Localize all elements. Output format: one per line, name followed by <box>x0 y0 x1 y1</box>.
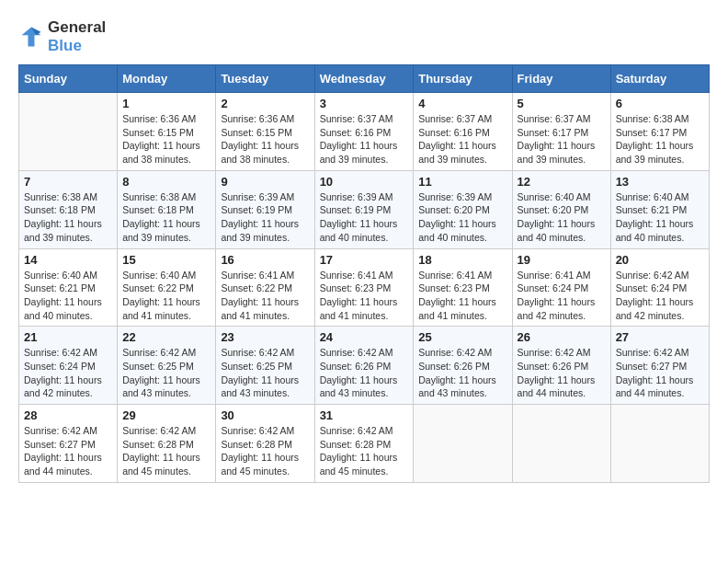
calendar-table: SundayMondayTuesdayWednesdayThursdayFrid… <box>18 64 710 483</box>
cell-info: Sunrise: 6:40 AM <box>616 190 704 204</box>
cell-info: Sunset: 6:27 PM <box>616 360 704 373</box>
day-number: 11 <box>418 175 506 189</box>
cell-info: and 43 minutes. <box>320 386 409 400</box>
cell-info: Sunrise: 6:40 AM <box>122 269 210 282</box>
cell-info: Daylight: 11 hours <box>221 217 309 231</box>
day-number: 20 <box>616 253 704 267</box>
cell-info: Sunset: 6:28 PM <box>221 438 309 452</box>
calendar-cell: 11Sunrise: 6:39 AMSunset: 6:20 PMDayligh… <box>414 170 512 248</box>
calendar-cell <box>610 405 709 483</box>
day-number: 28 <box>24 408 112 422</box>
cell-info: and 40 minutes. <box>418 231 506 245</box>
cell-info: Daylight: 11 hours <box>24 451 112 465</box>
weekday-header-row: SundayMondayTuesdayWednesdayThursdayFrid… <box>19 65 710 93</box>
cell-info: and 39 minutes. <box>616 153 704 167</box>
day-number: 14 <box>24 253 112 267</box>
cell-info: Sunset: 6:22 PM <box>122 282 210 295</box>
cell-info: Daylight: 11 hours <box>616 217 704 231</box>
day-number: 18 <box>418 253 506 267</box>
calendar-cell: 19Sunrise: 6:41 AMSunset: 6:24 PMDayligh… <box>512 248 610 327</box>
calendar-cell: 25Sunrise: 6:42 AMSunset: 6:26 PMDayligh… <box>414 327 512 405</box>
calendar-cell: 8Sunrise: 6:38 AMSunset: 6:18 PMDaylight… <box>118 170 216 248</box>
calendar-cell: 1Sunrise: 6:36 AMSunset: 6:15 PMDaylight… <box>118 93 216 171</box>
cell-info: Sunrise: 6:36 AM <box>221 112 309 126</box>
cell-info: Daylight: 11 hours <box>122 451 210 465</box>
cell-info: and 40 minutes. <box>518 231 606 245</box>
cell-info: Sunset: 6:28 PM <box>122 438 210 452</box>
day-number: 25 <box>418 330 506 344</box>
calendar-cell: 29Sunrise: 6:42 AMSunset: 6:28 PMDayligh… <box>118 405 216 483</box>
cell-info: Daylight: 11 hours <box>320 139 409 153</box>
page-header: General Blue <box>18 18 710 55</box>
calendar-cell: 9Sunrise: 6:39 AMSunset: 6:19 PMDaylight… <box>216 170 314 248</box>
cell-info: Sunrise: 6:39 AM <box>320 190 409 204</box>
calendar-cell: 15Sunrise: 6:40 AMSunset: 6:22 PMDayligh… <box>118 248 216 327</box>
calendar-cell: 27Sunrise: 6:42 AMSunset: 6:27 PMDayligh… <box>610 327 709 405</box>
cell-info: Sunrise: 6:42 AM <box>320 346 409 360</box>
day-number: 22 <box>122 330 210 344</box>
cell-info: Daylight: 11 hours <box>24 295 112 309</box>
day-number: 15 <box>122 253 210 267</box>
cell-info: Sunset: 6:19 PM <box>320 203 409 217</box>
cell-info: Sunset: 6:20 PM <box>418 203 506 217</box>
calendar-cell: 2Sunrise: 6:36 AMSunset: 6:15 PMDaylight… <box>216 93 314 171</box>
cell-info: Sunrise: 6:42 AM <box>616 346 704 360</box>
cell-info: Daylight: 11 hours <box>122 217 210 231</box>
cell-info: Daylight: 11 hours <box>122 373 210 387</box>
cell-info: Sunset: 6:22 PM <box>221 282 309 295</box>
cell-info: and 42 minutes. <box>616 309 704 323</box>
cell-info: Sunset: 6:16 PM <box>320 126 409 140</box>
cell-info: Daylight: 11 hours <box>518 217 606 231</box>
calendar-cell: 12Sunrise: 6:40 AMSunset: 6:20 PMDayligh… <box>512 170 610 248</box>
calendar-cell: 10Sunrise: 6:39 AMSunset: 6:19 PMDayligh… <box>314 170 414 248</box>
cell-info: Sunrise: 6:38 AM <box>616 112 704 126</box>
calendar-cell: 20Sunrise: 6:42 AMSunset: 6:24 PMDayligh… <box>610 248 709 327</box>
calendar-week-row: 7Sunrise: 6:38 AMSunset: 6:18 PMDaylight… <box>19 170 710 248</box>
cell-info: and 44 minutes. <box>24 465 112 478</box>
cell-info: and 43 minutes. <box>418 386 506 400</box>
cell-info: and 38 minutes. <box>122 153 210 167</box>
day-number: 2 <box>221 97 309 110</box>
cell-info: Sunset: 6:24 PM <box>616 282 704 295</box>
cell-info: Daylight: 11 hours <box>418 295 506 309</box>
cell-info: Sunset: 6:23 PM <box>418 282 506 295</box>
cell-info: and 39 minutes. <box>221 231 309 245</box>
cell-info: Daylight: 11 hours <box>320 217 409 231</box>
weekday-header: Sunday <box>19 65 118 93</box>
cell-info: and 40 minutes. <box>24 309 112 323</box>
calendar-cell: 13Sunrise: 6:40 AMSunset: 6:21 PMDayligh… <box>610 170 709 248</box>
weekday-header: Tuesday <box>216 65 314 93</box>
cell-info: and 43 minutes. <box>221 386 309 400</box>
cell-info: Sunset: 6:17 PM <box>616 126 704 140</box>
cell-info: Sunset: 6:15 PM <box>122 126 210 140</box>
cell-info: Sunset: 6:16 PM <box>418 126 506 140</box>
cell-info: and 41 minutes. <box>418 309 506 323</box>
calendar-cell: 5Sunrise: 6:37 AMSunset: 6:17 PMDaylight… <box>512 93 610 171</box>
cell-info: Sunset: 6:28 PM <box>320 438 409 452</box>
cell-info: and 40 minutes. <box>616 231 704 245</box>
cell-info: Daylight: 11 hours <box>518 139 606 153</box>
calendar-cell: 22Sunrise: 6:42 AMSunset: 6:25 PMDayligh… <box>118 327 216 405</box>
calendar-cell: 3Sunrise: 6:37 AMSunset: 6:16 PMDaylight… <box>314 93 414 171</box>
cell-info: Sunset: 6:15 PM <box>221 126 309 140</box>
cell-info: Sunrise: 6:42 AM <box>122 346 210 360</box>
cell-info: and 41 minutes. <box>320 309 409 323</box>
cell-info: Daylight: 11 hours <box>221 451 309 465</box>
cell-info: Daylight: 11 hours <box>122 139 210 153</box>
cell-info: Sunrise: 6:41 AM <box>418 269 506 282</box>
cell-info: and 42 minutes. <box>518 309 606 323</box>
cell-info: Sunrise: 6:37 AM <box>418 112 506 126</box>
day-number: 10 <box>320 175 409 189</box>
calendar-cell: 24Sunrise: 6:42 AMSunset: 6:26 PMDayligh… <box>314 327 414 405</box>
logo: General Blue <box>18 18 106 55</box>
cell-info: Sunrise: 6:42 AM <box>122 424 210 438</box>
day-number: 8 <box>122 175 210 189</box>
cell-info: Daylight: 11 hours <box>24 373 112 387</box>
weekday-header: Wednesday <box>314 65 414 93</box>
svg-marker-0 <box>22 28 41 47</box>
cell-info: and 39 minutes. <box>518 153 606 167</box>
cell-info: Sunrise: 6:42 AM <box>221 424 309 438</box>
cell-info: Sunrise: 6:36 AM <box>122 112 210 126</box>
weekday-header: Thursday <box>414 65 512 93</box>
calendar-cell: 26Sunrise: 6:42 AMSunset: 6:26 PMDayligh… <box>512 327 610 405</box>
